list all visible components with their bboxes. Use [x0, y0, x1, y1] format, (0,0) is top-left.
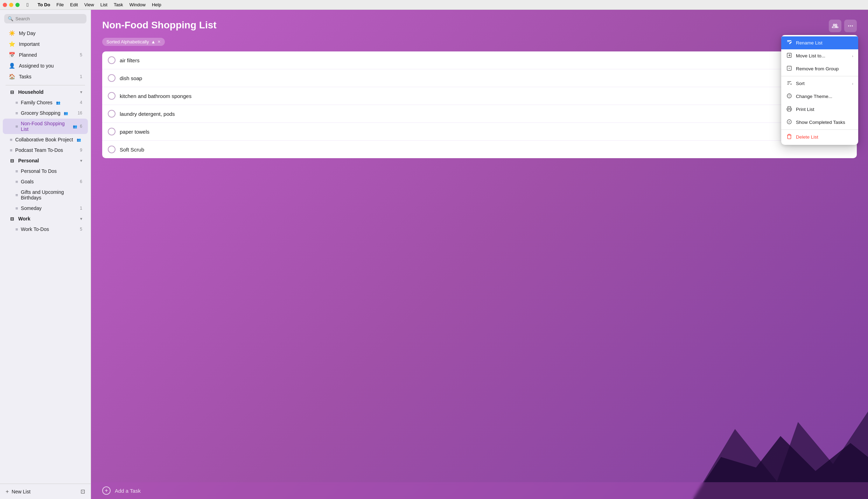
sort-bar: Sorted Alphabetically ▲ ✕: [91, 38, 510, 51]
group-icon: ⊟: [8, 216, 15, 222]
sort-label: Sorted Alphabetically: [106, 39, 149, 44]
main-content: Non-Food Shopping List Sorted Alphabetic…: [91, 10, 510, 300]
table-row[interactable]: air filters ☆: [102, 51, 510, 69]
sun-icon: ☀️: [8, 30, 15, 36]
table-row[interactable]: Soft Scrub ☆: [102, 141, 510, 158]
list-icon: ≡: [15, 179, 18, 184]
maximize-button[interactable]: [15, 3, 20, 7]
menu-help[interactable]: Help: [149, 1, 164, 8]
sidebar-item-label: Tasks: [19, 74, 31, 79]
group-label: Work: [18, 216, 30, 222]
list-icon: ≡: [15, 100, 18, 105]
titlebar:  To Do File Edit View List Task Window …: [0, 0, 510, 10]
table-row[interactable]: paper towels ☆: [102, 123, 510, 141]
person-icon: 👤: [8, 63, 15, 69]
list-icon: ≡: [15, 206, 18, 211]
non-food-badge: 6: [80, 124, 82, 129]
task-checkbox[interactable]: [108, 74, 115, 82]
sidebar-item-tasks[interactable]: 🏠 Tasks 1: [3, 71, 88, 82]
sub-item-label: Podcast Team To-Dos: [15, 147, 63, 153]
sidebar-item-non-food-shopping[interactable]: ≡ Non-Food Shopping List 👥 6: [3, 119, 88, 134]
task-checkbox[interactable]: [108, 56, 115, 64]
table-row[interactable]: laundry detergent, pods ☆: [102, 105, 510, 123]
sidebar-item-goals[interactable]: ≡ Goals 6: [3, 177, 88, 187]
sub-item-label: Non-Food Shopping List: [21, 121, 70, 132]
menu-edit[interactable]: Edit: [67, 1, 80, 8]
tasks-badge: 1: [80, 74, 82, 79]
list-icon: ≡: [15, 227, 18, 232]
task-checkbox[interactable]: [108, 146, 115, 153]
search-input[interactable]: [15, 16, 83, 21]
sidebar-item-assigned[interactable]: 👤 Assigned to you: [3, 61, 88, 71]
menu-view[interactable]: View: [82, 1, 97, 8]
main-header: Non-Food Shopping List: [91, 10, 510, 38]
task-text: paper towels: [120, 129, 510, 135]
sidebar-item-grocery-shopping[interactable]: ≡ Grocery Shopping 👥 16: [3, 108, 88, 118]
sub-item-label: Someday: [21, 205, 42, 211]
sidebar-item-label: Assigned to you: [19, 63, 54, 69]
traffic-lights: [3, 3, 20, 7]
someday-badge: 1: [80, 206, 82, 211]
task-checkbox[interactable]: [108, 128, 115, 135]
menu-file[interactable]: File: [54, 1, 66, 8]
list-icon: ≡: [15, 124, 18, 129]
sidebar-item-work-todos[interactable]: ≡ Work To-Dos 5: [3, 224, 88, 234]
nav-section-main: ☀️ My Day ⭐ Important 📅 Planned 5 👤 Assi…: [0, 26, 91, 84]
sidebar-item-podcast-team[interactable]: ≡ Podcast Team To-Dos 9: [3, 145, 88, 155]
task-text: dish soap: [120, 75, 510, 81]
sort-chevron-icon: ▲: [151, 39, 155, 44]
sidebar-item-collab-book[interactable]: ≡ Collaborative Book Project 👥: [3, 135, 88, 145]
group-personal[interactable]: ⊟ Personal ▾: [3, 156, 88, 166]
list-icon: ≡: [10, 137, 13, 142]
sidebar-item-label: Important: [19, 41, 40, 47]
sort-clear-icon[interactable]: ✕: [158, 40, 161, 44]
sidebar-item-label: Planned: [19, 52, 37, 58]
group-icon: ⊟: [8, 158, 15, 163]
app-container: 🔍 ☀️ My Day ⭐ Important 📅 Planned 5 👤 As…: [0, 10, 510, 300]
task-text: air filters: [120, 57, 510, 63]
search-icon: 🔍: [8, 16, 13, 21]
shared-icon: 👥: [56, 101, 60, 105]
sort-chip[interactable]: Sorted Alphabetically ▲ ✕: [102, 38, 165, 46]
menu-task[interactable]: Task: [111, 1, 126, 8]
calendar-icon: 📅: [8, 52, 15, 58]
list-icon: ≡: [15, 169, 18, 174]
star-icon: ⭐: [8, 41, 15, 47]
task-text: laundry detergent, pods: [120, 111, 510, 117]
group-household[interactable]: ⊟ Household ▾: [3, 87, 88, 97]
chevron-down-icon: ▾: [80, 217, 82, 221]
app-menu-todo[interactable]: To Do: [35, 1, 53, 8]
chevron-down-icon: ▾: [80, 159, 82, 163]
sub-item-label: Family Chores: [21, 100, 52, 105]
goals-badge: 6: [80, 179, 82, 184]
planned-badge: 5: [80, 52, 82, 57]
menu-bar:  To Do File Edit View List Task Window …: [24, 1, 164, 8]
menu-window[interactable]: Window: [127, 1, 148, 8]
group-work[interactable]: ⊟ Work ▾: [3, 214, 88, 224]
task-checkbox[interactable]: [108, 92, 115, 100]
sub-item-label: Gifts and Upcoming Birthdays: [21, 189, 82, 201]
sub-item-label: Goals: [21, 179, 34, 184]
search-bar[interactable]: 🔍: [4, 14, 86, 23]
minimize-button[interactable]: [9, 3, 13, 7]
task-checkbox[interactable]: [108, 110, 115, 118]
sidebar-item-label: My Day: [19, 30, 35, 36]
list-icon: ≡: [15, 111, 18, 116]
sidebar-item-gifts-birthdays[interactable]: ≡ Gifts and Upcoming Birthdays: [3, 187, 88, 203]
close-button[interactable]: [3, 3, 7, 7]
sidebar-item-personal-todos[interactable]: ≡ Personal To Dos: [3, 166, 88, 176]
sub-item-label: Personal To Dos: [21, 168, 57, 174]
sidebar-item-important[interactable]: ⭐ Important: [3, 39, 88, 49]
table-row[interactable]: kitchen and bathroom sponges ☆: [102, 87, 510, 105]
sidebar-item-planned[interactable]: 📅 Planned 5: [3, 50, 88, 60]
apple-menu[interactable]: : [24, 1, 31, 8]
sub-item-label: Work To-Dos: [21, 226, 49, 232]
table-row[interactable]: dish soap ☆: [102, 69, 510, 87]
menu-list[interactable]: List: [98, 1, 110, 8]
list-icon: ≡: [10, 148, 13, 153]
sidebar-item-my-day[interactable]: ☀️ My Day: [3, 28, 88, 38]
page-title: Non-Food Shopping List: [102, 20, 217, 31]
chevron-down-icon: ▾: [80, 90, 82, 94]
sidebar-item-someday[interactable]: ≡ Someday 1: [3, 203, 88, 213]
sidebar-item-family-chores[interactable]: ≡ Family Chores 👥 4: [3, 98, 88, 107]
